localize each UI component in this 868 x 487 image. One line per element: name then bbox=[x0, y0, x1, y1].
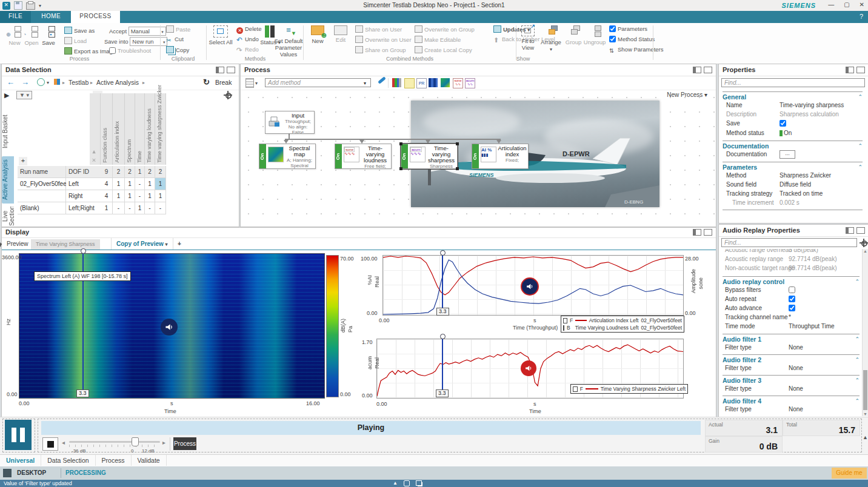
export-image-button[interactable]: Export as Image bbox=[64, 47, 116, 55]
perspective-validate[interactable]: Validate bbox=[132, 455, 167, 466]
legend-row[interactable]: BTime Varying Loudness Left02_FlyOver50f… bbox=[563, 324, 682, 331]
display-dock-icon[interactable] bbox=[693, 229, 701, 236]
tracking-strategy-value[interactable]: Tracked on time bbox=[780, 190, 823, 197]
audio-row-value[interactable]: None bbox=[789, 406, 803, 412]
tab-home[interactable]: HOME bbox=[33, 11, 69, 23]
spectrum-method-icon[interactable] bbox=[441, 78, 450, 87]
workspace-icon[interactable] bbox=[54, 79, 60, 85]
copy-button[interactable]: Copy bbox=[166, 46, 189, 53]
dof-id-cell[interactable]: Right bbox=[66, 190, 101, 202]
value-cell[interactable]: 1 bbox=[155, 178, 166, 190]
input-method-block[interactable]: Input Throughput; No align: False bbox=[265, 111, 315, 134]
bars-method-icon[interactable] bbox=[429, 78, 438, 87]
process-float-icon[interactable] bbox=[704, 67, 712, 73]
combined-edit-button[interactable]: Edit bbox=[331, 24, 350, 43]
general-section-header[interactable]: General⌃ bbox=[723, 91, 863, 101]
run-name-cell[interactable] bbox=[18, 190, 66, 202]
expand-arrow-icon[interactable]: ▶ bbox=[4, 91, 9, 99]
share-on-group-button[interactable]: Share on Group bbox=[355, 46, 406, 53]
float-icon[interactable] bbox=[227, 67, 235, 73]
forward-icon[interactable]: → bbox=[21, 78, 29, 87]
properties-float-icon[interactable] bbox=[856, 67, 865, 73]
undo-button[interactable]: ↶Undo bbox=[236, 36, 259, 42]
spectrogram-speaker-button[interactable] bbox=[161, 319, 178, 336]
tab-process[interactable]: PROCESS bbox=[71, 11, 119, 23]
audio-checkbox[interactable] bbox=[789, 305, 795, 311]
sidebar-tab-live-section[interactable]: Live Section bbox=[2, 207, 14, 226]
audio-row-value[interactable]: None bbox=[789, 344, 803, 351]
rotated-column-header[interactable]: Articulation index bbox=[113, 93, 125, 165]
value-cell[interactable]: 1 bbox=[113, 178, 125, 190]
load-button[interactable]: Load bbox=[64, 37, 87, 44]
break-button[interactable]: Break bbox=[215, 79, 232, 86]
value-cell[interactable]: - bbox=[135, 190, 145, 202]
save-process-button[interactable]: ▪ Save bbox=[35, 25, 62, 46]
tab-file[interactable]: FILE bbox=[0, 11, 31, 23]
name-value[interactable]: Time-varying sharpness bbox=[780, 102, 844, 108]
paste-button[interactable]: Paste bbox=[166, 25, 190, 33]
rotated-column-header[interactable]: Time varying loudness bbox=[145, 93, 155, 165]
redo-button[interactable]: ↷Redo bbox=[236, 46, 259, 53]
run-name-cell[interactable]: (Blank) bbox=[18, 202, 66, 214]
method-status-checkbox-row[interactable]: Method Status bbox=[609, 36, 655, 42]
audio-row-value[interactable]: 3 dB(peak) bbox=[789, 249, 818, 253]
troubleshoot-checkbox[interactable] bbox=[109, 47, 116, 54]
overwrite-on-group-button[interactable]: Overwrite on Group bbox=[415, 25, 475, 33]
value-cell[interactable]: - bbox=[145, 202, 155, 214]
add-method-input[interactable]: Add method bbox=[265, 78, 371, 87]
add-method-dropdown-icon[interactable]: ▾ bbox=[364, 81, 366, 86]
dof-id-cell[interactable]: Left bbox=[66, 178, 101, 190]
create-local-copy-button[interactable]: Create Local Copy bbox=[415, 46, 472, 53]
rotated-column-header[interactable]: Spectrum bbox=[125, 93, 135, 165]
value-cell[interactable]: 1 bbox=[135, 202, 145, 214]
method-list-icon[interactable] bbox=[245, 78, 254, 88]
rotated-column-header[interactable]: Time varying sharpness Zwicker bbox=[155, 93, 166, 165]
chart2-speaker-button[interactable] bbox=[521, 360, 536, 376]
audio-row-value[interactable]: None bbox=[789, 385, 803, 392]
tab-preview[interactable]: Preview bbox=[2, 238, 33, 250]
rotated-column-header[interactable]: Function class bbox=[101, 93, 113, 165]
chart1-cursor-handle[interactable] bbox=[440, 250, 446, 256]
add-row-button[interactable]: + bbox=[19, 157, 27, 165]
audio-row-value[interactable]: None bbox=[789, 365, 803, 371]
rotated-column-header[interactable]: Time bbox=[135, 93, 145, 165]
value-cell[interactable]: 1 bbox=[125, 190, 135, 202]
audio-checkbox[interactable] bbox=[789, 287, 795, 293]
close-button[interactable]: ✕ bbox=[860, 1, 864, 8]
value-cell[interactable]: 1 bbox=[125, 178, 135, 190]
method-list-dropdown-icon[interactable]: ▾ bbox=[255, 81, 258, 86]
arrange-button[interactable]: Arrange ▾ bbox=[539, 24, 563, 52]
collapse-player-icon[interactable]: ▲ bbox=[863, 434, 868, 440]
display-float-icon[interactable] bbox=[704, 229, 712, 236]
make-editable-button[interactable]: Make Editable bbox=[415, 36, 461, 43]
table-settings-gear-icon[interactable] bbox=[224, 91, 232, 99]
help-icon[interactable]: ? bbox=[860, 13, 863, 20]
display-settings-gear-icon[interactable] bbox=[0, 240, 1, 248]
value-cell[interactable]: 1 bbox=[101, 202, 113, 214]
perspective-universal[interactable]: Universal bbox=[0, 455, 41, 466]
audio-row-value[interactable]: * bbox=[789, 314, 791, 320]
filter-dropdown[interactable]: ▼ ▾ bbox=[16, 91, 32, 99]
tab-copy-of-preview[interactable]: Copy of Preview ▾ bbox=[111, 238, 173, 250]
parameters-section-header[interactable]: Parameters⌃ bbox=[723, 162, 863, 171]
value-cell[interactable]: 4 bbox=[101, 190, 113, 202]
minimize-button[interactable]: — bbox=[828, 1, 834, 8]
pause-button[interactable] bbox=[5, 420, 32, 450]
fit-to-view-button[interactable]: ↗ Fit to View bbox=[517, 24, 539, 51]
time-varying-loudness-block[interactable]: On sone∿∿∿ Time-varying loudness Free fi… bbox=[335, 144, 392, 169]
process-dock-icon[interactable] bbox=[693, 67, 701, 73]
perspective-process[interactable]: Process bbox=[96, 455, 132, 466]
combined-new-button[interactable]: ⊕ New bbox=[307, 24, 329, 44]
slider-increase-icon[interactable]: ▸ bbox=[162, 439, 165, 446]
slider-decrease-icon[interactable]: ◂ bbox=[62, 439, 65, 446]
chart1-cursor[interactable] bbox=[442, 255, 443, 314]
audio-find-input[interactable]: Find... bbox=[721, 238, 857, 247]
legend-row[interactable]: FTime Varying Sharpness Zwicker Left bbox=[573, 385, 686, 393]
value-cell[interactable]: - bbox=[155, 202, 166, 214]
audio-section-header[interactable]: Audio filter 4⌃ bbox=[723, 396, 860, 405]
parameters-checkbox-row[interactable]: Parameters bbox=[609, 25, 647, 32]
value-cell[interactable]: 1 bbox=[155, 190, 166, 202]
breadcrumb-active-analysis[interactable]: Active Analysis bbox=[96, 79, 139, 86]
sound-field-value[interactable]: Diffuse field bbox=[780, 181, 811, 188]
audio-section-header[interactable]: Audio filter 2⌃ bbox=[723, 354, 860, 363]
